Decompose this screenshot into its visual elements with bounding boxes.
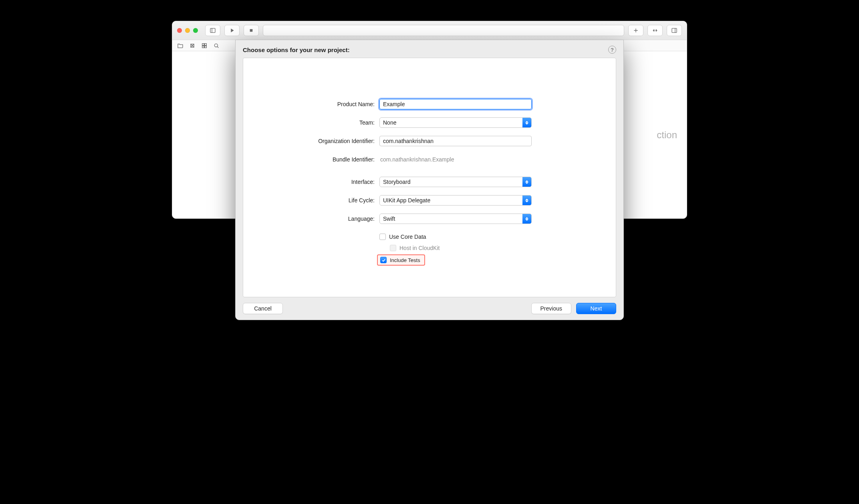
svg-rect-12 [202,46,204,48]
symbol-navigator-icon[interactable] [201,42,208,49]
svg-rect-10 [202,43,204,45]
team-popup-value: None [380,119,522,126]
cancel-button[interactable]: Cancel [243,303,283,314]
language-popup-value: Swift [380,216,522,222]
code-review-button[interactable] [647,25,663,36]
life-cycle-popup[interactable]: UIKit App Delegate [379,195,532,206]
host-in-cloudkit-label: Host in CloudKit [399,245,440,251]
chevron-up-down-icon [522,177,531,187]
organization-identifier-label: Organization Identifier: [243,138,379,144]
language-label: Language: [243,216,379,222]
product-name-label: Product Name: [243,101,379,107]
host-in-cloudkit-checkbox [390,245,396,251]
organization-identifier-field[interactable] [379,136,532,146]
status-bar [263,25,624,36]
include-tests-label: Include Tests [390,257,420,263]
help-button[interactable]: ? [608,46,616,54]
svg-rect-0 [210,28,215,33]
use-core-data-checkbox[interactable] [379,234,386,240]
find-navigator-icon[interactable] [213,42,220,49]
svg-rect-11 [205,43,207,45]
use-core-data-label: Use Core Data [389,234,426,240]
project-navigator-icon[interactable] [177,42,183,49]
run-button[interactable] [224,25,240,36]
life-cycle-popup-value: UIKit App Delegate [380,197,522,204]
bundle-identifier-label: Bundle Identifier: [243,156,379,163]
include-tests-highlight: Include Tests [377,254,425,266]
source-control-navigator-icon[interactable] [189,42,196,49]
interface-label: Interface: [243,179,379,185]
interface-popup[interactable]: Storyboard [379,177,532,187]
svg-line-15 [217,46,218,48]
svg-rect-13 [205,46,207,48]
svg-rect-2 [250,29,253,32]
minimize-window-button[interactable] [185,28,190,33]
team-popup[interactable]: None [379,117,532,128]
product-name-field[interactable] [379,99,532,109]
include-tests-checkbox[interactable] [380,257,387,263]
language-popup[interactable]: Swift [379,214,532,224]
sheet-title: Choose options for your new project: [243,46,350,53]
close-window-button[interactable] [177,28,182,33]
svg-point-14 [214,44,218,47]
life-cycle-label: Life Cycle: [243,197,379,204]
previous-button[interactable]: Previous [531,303,571,314]
titlebar [172,21,687,40]
stop-button[interactable] [244,25,259,36]
new-project-options-sheet: Choose options for your new project: ? P… [235,40,624,320]
toggle-inspector-button[interactable] [667,25,682,36]
team-label: Team: [243,119,379,126]
interface-popup-value: Storyboard [380,179,522,185]
chevron-up-down-icon [522,118,531,127]
svg-rect-5 [672,28,677,33]
chevron-up-down-icon [522,196,531,205]
zoom-window-button[interactable] [193,28,198,33]
chevron-up-down-icon [522,214,531,224]
next-button[interactable]: Next [576,303,616,314]
no-selection-label: ction [657,129,677,141]
bundle-identifier-value: com.nathankrishnan.Example [379,156,454,163]
add-tab-button[interactable] [628,25,643,36]
project-navigator [172,51,236,218]
toggle-navigator-button[interactable] [205,25,220,36]
